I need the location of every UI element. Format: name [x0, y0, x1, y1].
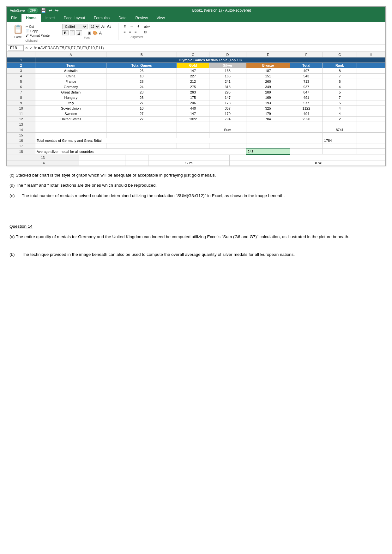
para-b: (b) The technique provided in the image … [9, 251, 383, 258]
format-painter-button[interactable]: 🖌 Format Painter [25, 33, 51, 38]
align-right-button[interactable]: ≡ [133, 30, 138, 35]
cell-gold: 440 [177, 106, 209, 111]
para-a: (a) The entire quantity of medals for Ge… [9, 233, 383, 241]
merge-center-button[interactable]: ⊡ [143, 30, 151, 34]
table-row: 1 Olympic Games Medals Table (Top 10) [7, 57, 385, 63]
cell-silver: 241 [209, 79, 246, 84]
repeat-table: 13 14 Sum [7, 155, 385, 166]
cell-total-games: 26 [106, 68, 177, 74]
cell-reference[interactable]: E18 [8, 45, 24, 51]
table-row: 6 Germany 24 275 313 349 937 4 [7, 84, 385, 90]
align-left-button[interactable]: ≡ [122, 30, 127, 35]
copy-button[interactable]: 📄 Copy [25, 29, 51, 33]
cell-g [323, 133, 357, 138]
cell-total: 491 [290, 95, 323, 100]
row-num: 17 [7, 143, 35, 149]
paste-button[interactable]: 📋 [12, 24, 24, 35]
font-increase-icon[interactable]: A↑ [101, 24, 106, 29]
cell-f [290, 127, 323, 133]
font-color-icon[interactable]: A [99, 31, 102, 35]
cell-bronze: 151 [246, 74, 290, 79]
para-e: (e) The total number of medals received … [9, 192, 383, 200]
redo-icon[interactable]: ↪ [55, 8, 59, 13]
align-bottom-button[interactable]: ⬇ [136, 24, 141, 29]
clipboard-buttons: 📋 Paste ✂ Cut 📄 Copy 🖌 Format Pai [12, 24, 51, 39]
cell-silver: 313 [209, 84, 246, 90]
col-header-e[interactable]: E [246, 52, 290, 57]
autosave-label: AutoSave [10, 9, 25, 12]
cell-a [35, 122, 106, 127]
cut-icon: ✂ [26, 25, 28, 28]
alignment-group: ⬆ ↔ ⬇ ≡ ≡ ≡ ab↵ ⊡ Alignment [120, 23, 154, 39]
col-header-g[interactable]: G [323, 52, 357, 57]
autosave-toggle[interactable]: OFF [27, 8, 38, 13]
cell-f [290, 138, 323, 143]
row-num: 13 [7, 122, 35, 127]
align-top-button[interactable]: ⬆ [122, 24, 128, 29]
align-middle-button[interactable]: ↔ [129, 24, 135, 29]
bold-button[interactable]: B [62, 30, 69, 35]
col-bronze: Bronze [246, 63, 290, 68]
row-num: 7 [7, 90, 35, 95]
fill-color-icon[interactable]: 🎨 [93, 31, 98, 35]
cut-button[interactable]: ✂ Cut [25, 25, 51, 29]
formula-input[interactable]: =AVERAGE(E5,E6,E7,E8,E9,E10,E11) [38, 46, 384, 50]
formula-confirm-icon[interactable]: ✓ [29, 46, 33, 50]
undo-icon[interactable]: ↩ [49, 8, 52, 13]
alignment-buttons: ⬆ ↔ ⬇ ≡ ≡ ≡ ab↵ ⊡ [122, 24, 151, 35]
col-header-d[interactable]: D [209, 52, 246, 57]
cell-team: Italy [35, 100, 106, 106]
cell-c [177, 122, 209, 127]
tab-formulas[interactable]: Formulas [89, 14, 114, 22]
cell-silver: 163 [209, 68, 246, 74]
cell-e [246, 127, 290, 133]
font-row-1: Calibri 11 A↑ A↓ [62, 24, 112, 29]
cell-team: United States [35, 117, 106, 122]
cell-silver: 794 [209, 117, 246, 122]
border-icon[interactable]: ⊞ [88, 31, 91, 35]
cell-silver: 147 [209, 95, 246, 100]
col-header-f[interactable]: F [290, 52, 323, 57]
cell-team: Soviet Union [35, 106, 106, 111]
italic-button[interactable]: I [70, 30, 75, 35]
cell-bronze: 349 [246, 84, 290, 90]
tab-file[interactable]: File [7, 14, 21, 22]
font-decrease-icon[interactable]: A↓ [107, 24, 112, 29]
cell-avg-silver-value[interactable]: 243 [246, 149, 290, 154]
cell-h [357, 84, 385, 90]
cell-g [323, 149, 357, 154]
cell-silver: 165 [209, 74, 246, 79]
formula-insert-icon[interactable]: fx [34, 46, 37, 50]
tab-review[interactable]: Review [131, 14, 152, 22]
cell-rank: 5 [323, 100, 357, 106]
col-header-c[interactable]: C [177, 52, 209, 57]
col-header-b[interactable]: B [106, 52, 177, 57]
alignment-group-label: Alignment [130, 35, 143, 39]
tab-insert[interactable]: Insert [41, 14, 59, 22]
table-row: 7 Great Britain 28 263 295 289 847 5 [7, 90, 385, 95]
formula-cancel-icon[interactable]: ✕ [25, 46, 28, 50]
cell-h [357, 90, 385, 95]
font-name-select[interactable]: Calibri [62, 24, 87, 29]
cell-bronze: 704 [246, 117, 290, 122]
tab-view[interactable]: View [152, 14, 169, 22]
row-num: 12 [7, 117, 35, 122]
wrap-text-button[interactable]: ab↵ [143, 24, 151, 29]
tab-page-layout[interactable]: Page Layout [59, 14, 89, 22]
underline-button[interactable]: U [76, 30, 82, 35]
tab-home[interactable]: Home [21, 14, 41, 22]
cell-team: Sweden [35, 111, 106, 117]
cell-bronze: 325 [246, 106, 290, 111]
row-num: 16 [7, 138, 35, 143]
spreadsheet-container: A B C D E F G H 1 Olympic Games Medals T… [7, 52, 385, 155]
font-size-select[interactable]: 11 [89, 24, 100, 29]
col-header-a[interactable]: A [35, 52, 106, 57]
cell-f [290, 143, 323, 149]
cell-e [230, 155, 253, 160]
col-header-h[interactable]: H [357, 52, 385, 57]
align-center-button[interactable]: ≡ [128, 30, 132, 35]
cell-bronze: 289 [246, 90, 290, 95]
table-row: 15 [7, 133, 385, 138]
cell-c [177, 127, 209, 133]
tab-data[interactable]: Data [114, 14, 131, 22]
